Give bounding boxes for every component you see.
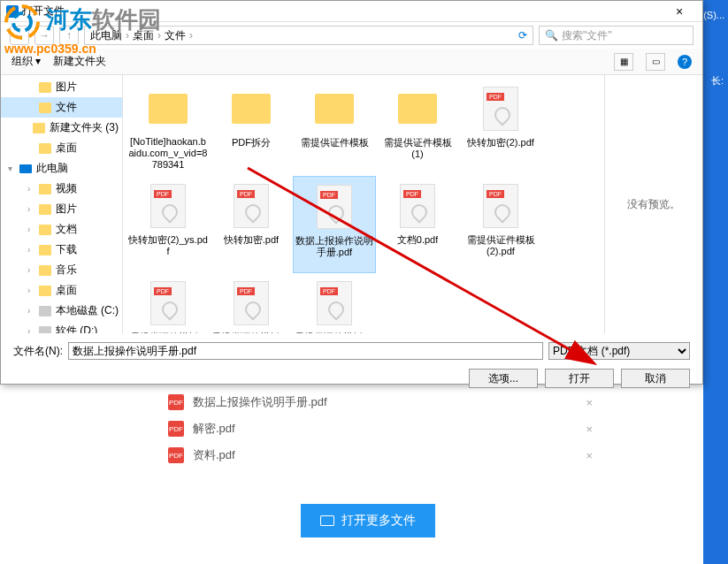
file-item[interactable]: [NoTitle]haokan.baidu.com_v_vid=8789341	[126, 79, 210, 176]
sidebar-item-label: 新建文件夹 (3)	[50, 120, 119, 135]
folder-icon	[39, 286, 51, 296]
file-open-dialog: 打开文件 × ← → ↑ 此电脑 › 桌面 › 文件 › ⟳ 🔍 搜索"文件" …	[0, 0, 703, 385]
sidebar-item[interactable]: ▾此电脑	[1, 158, 122, 179]
search-input[interactable]: 🔍 搜索"文件"	[539, 26, 694, 45]
remove-icon[interactable]: ×	[586, 423, 593, 436]
sidebar-item-label: 图片	[56, 202, 77, 217]
cancel-button[interactable]: 取消	[621, 369, 690, 388]
open-more-button[interactable]: 打开更多文件	[301, 504, 435, 537]
folder-icon	[232, 94, 271, 124]
sidebar-item-label: 文件	[56, 100, 77, 115]
file-name: 资料.pdf	[193, 447, 235, 463]
svg-point-1	[13, 13, 31, 31]
folder-icon	[320, 515, 334, 526]
background-file-row[interactable]: PDF资料.pdf×	[159, 442, 602, 469]
file-name: 快转加密(2)_ys.pdf	[128, 234, 208, 257]
sidebar-item-label: 下载	[56, 242, 77, 257]
folder-icon	[39, 265, 51, 276]
watermark-logo	[4, 4, 40, 40]
close-button[interactable]: ×	[662, 4, 697, 19]
folder-icon	[39, 184, 51, 194]
sidebar-item[interactable]: 文件	[1, 97, 122, 118]
file-item[interactable]: PDF拆分	[210, 79, 293, 176]
remove-icon[interactable]: ×	[586, 449, 593, 462]
background-file-list: PDF数据上报操作说明手册.pdf×PDF解密.pdf×PDF资料.pdf×	[159, 389, 602, 469]
sidebar: 图片文件新建文件夹 (3)桌面▾此电脑›视频›图片›文档›下载›音乐›桌面›本地…	[1, 75, 123, 333]
file-item[interactable]: 快转加密(2)_ys.pdf	[126, 176, 210, 273]
file-item[interactable]: 需提供证件模板(1)	[376, 79, 459, 176]
folder-icon	[39, 143, 51, 154]
pdf-icon	[234, 184, 269, 228]
sidebar-item[interactable]: 图片	[1, 77, 122, 97]
remove-icon[interactable]: ×	[586, 396, 593, 409]
sidebar-item-label: 音乐	[56, 263, 77, 278]
pdf-icon: PDF	[168, 421, 184, 437]
file-item[interactable]: 文档0.pdf	[376, 176, 459, 273]
pdf-icon	[317, 185, 352, 229]
sidebar-item[interactable]: ›音乐	[1, 260, 122, 280]
sidebar-item[interactable]: 桌面	[1, 138, 122, 158]
file-grid: [NoTitle]haokan.baidu.com_v_vid=8789341P…	[123, 75, 605, 333]
sidebar-item-label: 软件 (D:)	[56, 324, 97, 333]
pdf-icon	[150, 281, 186, 325]
sidebar-item-label: 视频	[56, 181, 77, 196]
pdf-icon	[234, 281, 269, 325]
file-type-select[interactable]: PDF 文档 (*.pdf)	[548, 342, 690, 360]
file-item[interactable]: 需提供证件模板(2).pdf	[459, 176, 542, 273]
pdf-icon	[150, 184, 186, 228]
options-button[interactable]: 选项...	[469, 369, 538, 388]
file-name: [NoTitle]haokan.baidu.com_v_vid=8789341	[128, 136, 208, 171]
file-item[interactable]: 数据上报操作说明手册.pdf	[293, 176, 376, 273]
sidebar-item[interactable]: ›图片	[1, 199, 122, 219]
folder-icon	[39, 103, 51, 113]
preview-pane: 没有预览。	[605, 75, 702, 333]
file-name: 快转加密.pdf	[224, 234, 279, 246]
filename-label: 文件名(N):	[13, 344, 63, 359]
sidebar-item-label: 本地磁盘 (C:)	[56, 303, 119, 318]
breadcrumb-segment[interactable]: 文件	[165, 28, 186, 43]
sidebar-item[interactable]: ›桌面	[1, 280, 122, 301]
file-item[interactable]: 快转加密.pdf	[210, 176, 293, 273]
file-name: PDF拆分	[232, 137, 271, 149]
open-button[interactable]: 打开	[545, 369, 614, 388]
sidebar-item-label: 文档	[56, 222, 77, 237]
folder-icon	[33, 123, 45, 133]
file-item[interactable]: 快转加密(2).pdf	[459, 79, 542, 176]
filename-input[interactable]	[68, 342, 543, 360]
new-folder-button[interactable]: 新建文件夹	[53, 54, 106, 69]
preview-toggle-button[interactable]: ▭	[646, 53, 665, 71]
file-name: 需提供证件模板_new.pdf	[211, 332, 291, 333]
sidebar-item[interactable]: ›下载	[1, 240, 122, 260]
disk-icon	[39, 326, 51, 334]
file-name: 需提供证件模板(2).pdf	[461, 234, 540, 257]
sidebar-item-label: 桌面	[56, 141, 77, 156]
view-mode-button[interactable]: ▦	[614, 53, 633, 71]
file-name: 快转加密(2).pdf	[467, 137, 534, 149]
file-item[interactable]: 需提供证件模板	[293, 79, 376, 176]
refresh-icon[interactable]: ⟳	[518, 29, 527, 42]
sidebar-item[interactable]: 新建文件夹 (3)	[1, 118, 122, 138]
help-icon[interactable]: ?	[678, 55, 692, 69]
folder-icon	[398, 94, 437, 124]
open-more-label: 打开更多文件	[341, 513, 416, 529]
background-file-row[interactable]: PDF解密.pdf×	[159, 415, 602, 442]
folder-icon	[39, 245, 51, 255]
file-name: 需提供证件模板(1)	[378, 137, 457, 160]
file-name: 文档0.pdf	[397, 234, 438, 246]
folder-icon	[39, 82, 51, 93]
file-name: 需提供证件模板_pdfmge.pdf	[295, 332, 374, 333]
pdf-icon	[400, 184, 435, 228]
sidebar-item-label: 此电脑	[36, 161, 68, 176]
file-item[interactable]: 需提供证件模板_new.pdf	[210, 273, 293, 333]
sidebar-item[interactable]: ›软件 (D:)	[1, 321, 122, 333]
disk-icon	[39, 306, 51, 316]
file-name: 数据上报操作说明手册.pdf	[295, 235, 373, 258]
file-item[interactable]: 需提供证件模板.pdf	[126, 273, 210, 333]
organize-button[interactable]: 组织 ▾	[11, 54, 41, 69]
sidebar-item[interactable]: ›文档	[1, 219, 122, 240]
sidebar-item[interactable]: ›本地磁盘 (C:)	[1, 301, 122, 321]
folder-icon	[39, 225, 51, 235]
folder-icon	[315, 94, 354, 124]
file-item[interactable]: 需提供证件模板_pdfmge.pdf	[293, 273, 376, 333]
sidebar-item[interactable]: ›视频	[1, 179, 122, 199]
